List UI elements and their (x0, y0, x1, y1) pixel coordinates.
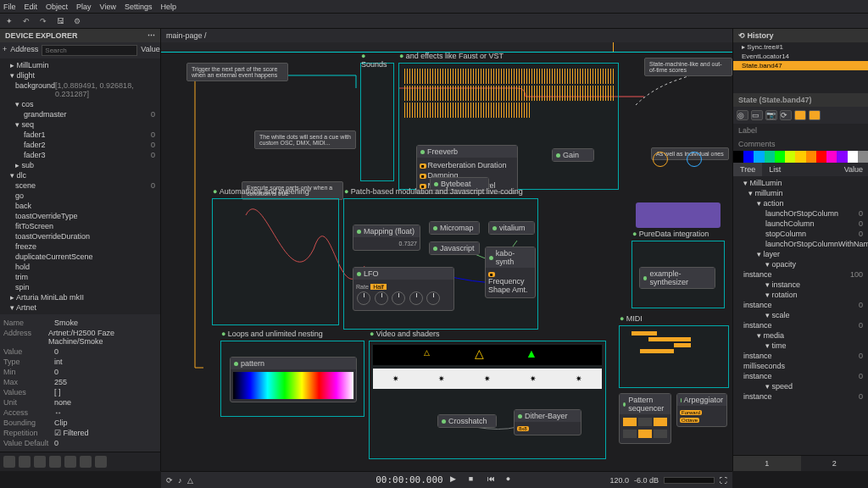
fullscreen-icon[interactable]: ⛶ (720, 476, 727, 485)
pad[interactable] (623, 430, 637, 438)
state-tree-item[interactable]: milliseconds (733, 361, 868, 371)
state-tree-item[interactable]: instance0 (733, 351, 868, 361)
pad[interactable] (654, 418, 667, 426)
state-node-2[interactable] (687, 152, 702, 167)
tree-item[interactable]: go (0, 191, 160, 201)
port-mapping-val[interactable]: 0.7327 (356, 240, 417, 247)
tree-item[interactable]: ▸ Arturia MiniLab mkII (0, 292, 160, 302)
play-button[interactable]: ▶ (450, 474, 462, 486)
history-list[interactable]: ▸ Sync.tree#1EventLocator14State.band47 (733, 42, 868, 93)
tree-item[interactable]: ▾ cos (0, 99, 160, 109)
state-tree-item[interactable]: ▾ action (733, 198, 868, 208)
menu-view[interactable]: View (100, 3, 116, 11)
region-puredata[interactable]: ● PureData integration example-synthesiz… (632, 241, 725, 308)
overlay-purple[interactable] (636, 202, 721, 228)
region-patch[interactable]: ● Patch-based modulation and Javascript … (343, 198, 538, 330)
refresh-icon[interactable]: ⟳ (780, 110, 792, 120)
node-pattern[interactable]: pattern (230, 357, 357, 402)
tree-item[interactable]: fader10 (0, 130, 160, 140)
bottom-tab-1[interactable]: 1 (733, 456, 801, 471)
custom-icon[interactable] (95, 456, 107, 468)
serial-icon[interactable] (64, 456, 76, 468)
midi-piano-roll[interactable] (620, 326, 728, 358)
osc-icon[interactable] (3, 456, 15, 468)
tree-item[interactable]: fader30 (0, 150, 160, 160)
color-swatch[interactable] (743, 151, 754, 163)
tree-item[interactable]: ▸ sub (0, 160, 160, 170)
port-lfo-shape[interactable]: Half (370, 284, 386, 290)
tree-item[interactable]: back (0, 201, 160, 211)
region-midi[interactable]: ● MIDI (619, 325, 729, 388)
node-javascript[interactable]: Javascript (429, 241, 480, 255)
loop-icon[interactable]: ⟳ (166, 476, 173, 485)
knob-1[interactable] (357, 291, 370, 305)
pad[interactable] (623, 418, 637, 426)
tree-item[interactable]: background[1,0.889491, 0.926818, 0.23128… (0, 80, 160, 99)
state-tree-item[interactable]: ▾ media (733, 330, 868, 341)
region-effects[interactable]: ● and effects like Faust or VST Freeverb… (398, 63, 619, 190)
port-freq-shape[interactable]: ■ Frequency Shape Amt. (488, 270, 532, 295)
node-lfo[interactable]: LFO Rate Half (353, 267, 454, 311)
history-item[interactable]: State.band47 (733, 61, 868, 70)
tree-item[interactable]: duplicateCurrentScene (0, 252, 160, 262)
waveform-3[interactable] (403, 103, 530, 118)
knob-5[interactable] (426, 291, 440, 305)
node-crosshatch[interactable]: Crosshatch (437, 414, 497, 428)
color-swatch[interactable] (816, 151, 826, 163)
trigger-icon[interactable]: ▭ (751, 110, 763, 120)
tree-item[interactable]: scene0 (0, 180, 160, 191)
color-swatch[interactable] (765, 151, 775, 163)
port-lfo-rate[interactable]: Rate (356, 283, 369, 291)
node-kabo[interactable]: kabo-synth ■ Frequency Shape Amt. (485, 247, 536, 298)
menu-settings[interactable]: Settings (125, 3, 153, 11)
rewind-button[interactable]: ⏮ (487, 474, 499, 486)
tree-item[interactable]: ▾ dlc (0, 170, 160, 180)
node-gain[interactable]: Gain (552, 148, 594, 162)
color-swatch[interactable] (795, 151, 805, 163)
node-pattern-sequencer[interactable]: Pattern sequencer (619, 393, 671, 444)
node-dither[interactable]: Dither-Bayer 8x8 (514, 409, 581, 435)
port-dither[interactable]: 8x8 (517, 424, 578, 432)
tree-item[interactable]: ▾ seq (0, 119, 160, 130)
color-swatch[interactable] (785, 151, 795, 163)
state-tree-item[interactable]: ▾ millumin (733, 188, 868, 198)
state-tree-item[interactable]: ▾ MillLumin (733, 178, 868, 188)
device-tree[interactable]: ▸ MillLumin▾ dlightbackground[1,0.889491… (0, 58, 160, 314)
color-swatch[interactable] (775, 151, 785, 163)
http-icon[interactable] (49, 456, 61, 468)
port-arp-mode[interactable]: Forward (680, 408, 724, 416)
bottom-tab-2[interactable]: 2 (801, 456, 869, 471)
menu-play[interactable]: Play (76, 3, 92, 11)
state-tree-item[interactable]: ▾ opacity (733, 259, 868, 269)
tree-item[interactable]: grandmaster0 (0, 109, 160, 119)
menu-edit[interactable]: Edit (25, 3, 38, 11)
state-tree-item[interactable]: instance0 (733, 320, 868, 330)
tree-item[interactable]: ▸ MillLumin (0, 60, 160, 70)
tempo[interactable]: 120.0 (609, 476, 629, 485)
region-sounds[interactable]: ● Sounds (360, 63, 394, 181)
dmx-icon[interactable] (34, 456, 46, 468)
state-tree-item[interactable]: ▾ layer (733, 249, 868, 259)
node-arpeggiator[interactable]: Arpeggiator Forward Octave (676, 393, 727, 427)
region-video[interactable]: ● Video and shaders △ △ ▲ ✷✷✷✷✷ Crosshat… (369, 341, 606, 459)
node-vitalium[interactable]: vitalium (488, 221, 535, 235)
tree-item[interactable]: toastOverrideDuration (0, 231, 160, 241)
tree-item[interactable]: trim (0, 272, 160, 282)
node-micromap[interactable]: Micromap (429, 221, 480, 235)
save-icon[interactable]: 🖫 (54, 15, 66, 27)
snapshot-icon[interactable]: ◎ (737, 110, 748, 120)
color-picker[interactable] (733, 151, 868, 163)
score-canvas[interactable]: main-page / Trigger the next part of the… (161, 29, 732, 471)
knob-4[interactable] (409, 291, 423, 305)
canvas-tab[interactable]: main-page / (166, 31, 207, 40)
filter-icon[interactable] (794, 110, 806, 120)
midi-icon[interactable] (19, 456, 31, 468)
color-swatch[interactable] (806, 151, 816, 163)
pad[interactable] (638, 430, 652, 438)
new-icon[interactable]: ✦ (3, 15, 15, 27)
state-tree-item[interactable]: launchOrStopColumnWithName0 (733, 239, 868, 249)
settings-icon[interactable]: ⚙ (71, 15, 83, 27)
state-tree-item[interactable]: launchOrStopColumn0 (733, 208, 868, 219)
history-item[interactable]: ▸ Sync.tree#1 (733, 42, 868, 52)
tree-item[interactable]: hold (0, 262, 160, 272)
